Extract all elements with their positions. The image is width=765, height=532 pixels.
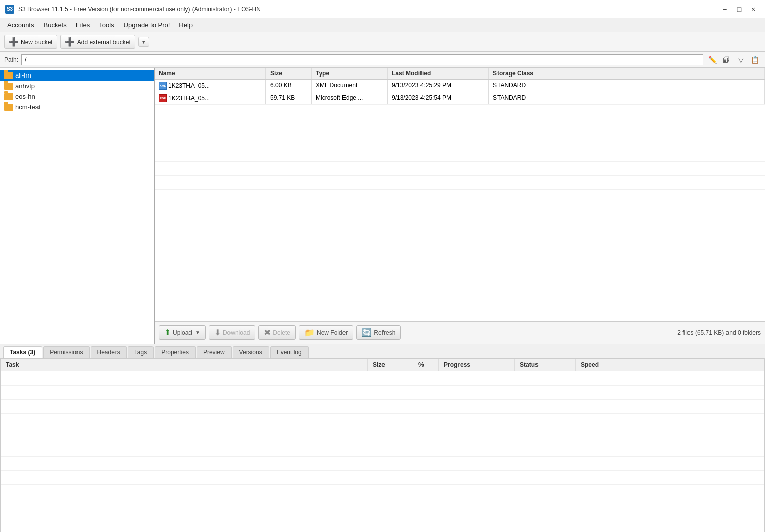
task-row-5 [1, 428, 764, 442]
task-row-6 [1, 442, 764, 457]
bucket-item-ali-hn[interactable]: ali-hn [0, 70, 154, 81]
path-bar: Path: ✏️ 🗐 ▽ 📋 [0, 52, 765, 68]
file-size-pdf: 59.71 KB [266, 92, 312, 104]
download-label: Download [223, 329, 250, 336]
file-toolbar: ⬆ Upload ▼ ⬇ Download ✖ Delete 📁 New Fol… [155, 321, 765, 344]
add-external-icon: ➕ [65, 37, 75, 47]
add-external-label: Add external bucket [77, 39, 131, 46]
upload-label: Upload [173, 329, 192, 336]
tab-preview[interactable]: Preview [197, 346, 232, 358]
delete-label: Delete [273, 329, 290, 336]
path-input[interactable] [21, 54, 703, 65]
file-row-empty-2 [155, 119, 765, 133]
add-external-bucket-button[interactable]: ➕ Add external bucket [60, 35, 135, 49]
delete-button[interactable]: ✖ Delete [258, 325, 296, 340]
task-row-12 [1, 527, 764, 532]
tabs-bar: Tasks (3) Permissions Headers Tags Prope… [0, 344, 765, 358]
tab-properties[interactable]: Properties [155, 346, 196, 358]
new-folder-label: New Folder [317, 329, 348, 336]
bucket-item-eos-hn[interactable]: eos-hn [0, 91, 154, 102]
menu-help[interactable]: Help [175, 20, 197, 30]
file-name-xml: XML 1K23THA_05... [155, 80, 266, 92]
folder-icon-ali-hn [4, 72, 13, 79]
menu-files[interactable]: Files [72, 20, 94, 30]
task-table-header: Task Size % Progress Status Speed [1, 359, 764, 371]
main-area: ali-hn anhvtp eos-hn hcm-test Name Size … [0, 68, 765, 344]
file-storage-pdf: STANDARD [489, 92, 765, 104]
col-header-name[interactable]: Name [155, 68, 266, 79]
refresh-button[interactable]: 🔄 Refresh [356, 325, 401, 340]
task-row-4 [1, 414, 764, 428]
file-row-pdf[interactable]: PDF 1K23THA_05... 59.71 KB Microsoft Edg… [155, 92, 765, 105]
file-row-xml[interactable]: XML 1K23THA_05... 6.00 KB XML Document 9… [155, 80, 765, 92]
col-header-storage[interactable]: Storage Class [489, 68, 765, 79]
title-bar: S3 S3 Browser 11.1.5 - Free Version (for… [0, 0, 765, 18]
task-col-header-pct: % [413, 359, 439, 371]
download-button[interactable]: ⬇ Download [209, 325, 255, 340]
menu-accounts[interactable]: Accounts [3, 20, 38, 30]
upload-dropdown-arrow[interactable]: ▼ [195, 330, 200, 335]
toolbar-dropdown-arrow: ▼ [141, 39, 146, 45]
file-area: Name Size Type Last Modified Storage Cla… [155, 68, 765, 344]
task-col-header-size: Size [368, 359, 413, 371]
tab-permissions[interactable]: Permissions [43, 346, 89, 358]
maximize-button[interactable]: □ [733, 3, 746, 16]
tab-headers[interactable]: Headers [91, 346, 127, 358]
refresh-label: Refresh [374, 329, 395, 336]
new-bucket-label: New bucket [21, 39, 53, 46]
col-header-type[interactable]: Type [312, 68, 388, 79]
task-col-header-progress: Progress [439, 359, 515, 371]
task-row-2 [1, 386, 764, 400]
file-size-xml: 6.00 KB [266, 80, 312, 92]
task-row-1 [1, 371, 764, 386]
task-row-3 [1, 400, 764, 414]
xml-file-icon: XML [159, 82, 167, 90]
task-col-header-status: Status [515, 359, 576, 371]
paste-path-icon[interactable]: 📋 [749, 54, 761, 66]
download-icon: ⬇ [214, 328, 221, 337]
bottom-panel: Tasks (3) Permissions Headers Tags Prope… [0, 344, 765, 532]
folder-icon-anhvtp [4, 83, 13, 90]
file-modified-pdf: 9/13/2023 4:25:54 PM [388, 92, 489, 104]
task-row-11 [1, 513, 764, 527]
new-bucket-button[interactable]: ➕ New bucket [4, 35, 57, 49]
upload-button[interactable]: ⬆ Upload ▼ [159, 325, 206, 340]
file-summary: 2 files (65.71 KB) and 0 folders [677, 329, 761, 336]
window-controls: − □ × [718, 3, 760, 16]
file-type-xml: XML Document [312, 80, 388, 92]
close-button[interactable]: × [747, 3, 760, 16]
bucket-label-anhvtp: anhvtp [15, 82, 35, 90]
file-row-empty-4 [155, 147, 765, 162]
file-row-empty-3 [155, 133, 765, 147]
menu-buckets[interactable]: Buckets [39, 20, 70, 30]
tab-eventlog[interactable]: Event log [270, 346, 309, 358]
copy-path-icon[interactable]: 🗐 [720, 54, 733, 66]
toolbar-dropdown-button[interactable]: ▼ [138, 37, 149, 47]
task-row-9 [1, 485, 764, 499]
bucket-item-hcm-test[interactable]: hcm-test [0, 102, 154, 112]
sidebar: ali-hn anhvtp eos-hn hcm-test [0, 68, 155, 344]
filter-icon[interactable]: ▽ [735, 54, 747, 66]
edit-path-icon[interactable]: ✏️ [706, 54, 718, 66]
file-modified-xml: 9/13/2023 4:25:29 PM [388, 80, 489, 92]
delete-icon: ✖ [264, 328, 271, 337]
minimize-button[interactable]: − [718, 3, 732, 16]
col-header-modified[interactable]: Last Modified [388, 68, 489, 79]
tab-versions[interactable]: Versions [233, 346, 269, 358]
file-row-empty-6 [155, 176, 765, 190]
tab-tasks[interactable]: Tasks (3) [3, 346, 42, 358]
tab-tags[interactable]: Tags [128, 346, 154, 358]
new-bucket-icon: ➕ [9, 37, 19, 47]
path-label: Path: [4, 56, 18, 63]
app-icon: S3 [5, 5, 14, 14]
folder-icon-hcm-test [4, 104, 13, 111]
menu-upgrade[interactable]: Upgrade to Pro! [120, 20, 174, 30]
refresh-icon: 🔄 [362, 328, 372, 337]
bucket-item-anhvtp[interactable]: anhvtp [0, 81, 154, 91]
col-header-size[interactable]: Size [266, 68, 312, 79]
menu-tools[interactable]: Tools [95, 20, 118, 30]
task-row-8 [1, 471, 764, 485]
new-folder-icon: 📁 [304, 328, 315, 337]
new-folder-button[interactable]: 📁 New Folder [299, 325, 353, 340]
task-col-header-speed: Speed [576, 359, 764, 371]
